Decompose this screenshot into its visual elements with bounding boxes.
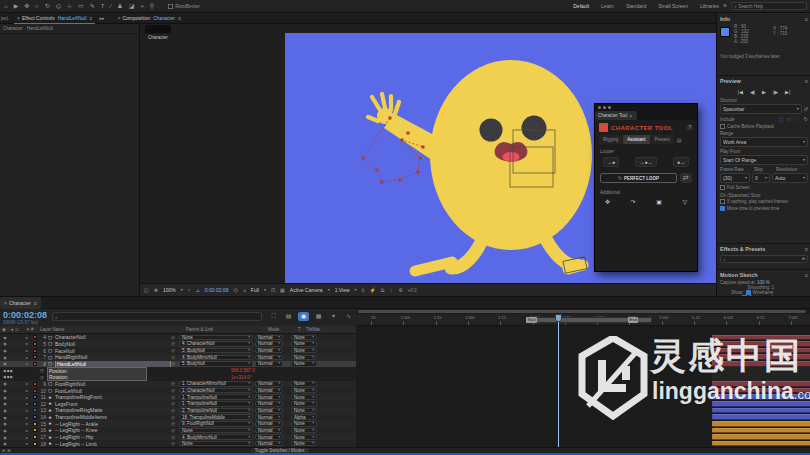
layer-row-LegsFront[interactable]: ◉▸12★LegsFront@1. TrampolineNull▾Normal▾… [0, 401, 356, 408]
pick-whip-icon[interactable]: @ [171, 335, 179, 340]
window-dot-icon[interactable] [608, 106, 611, 109]
panel-menu-icon[interactable]: ≡ [805, 245, 808, 253]
twirl-icon[interactable]: ▸ [26, 381, 32, 386]
eye-icon[interactable]: ◉ [0, 355, 10, 360]
dropdown-arrow-icon[interactable]: ▾ [181, 286, 183, 294]
timeline-h-scrollbar[interactable] [358, 310, 806, 313]
pick-whip-icon[interactable]: @ [171, 441, 179, 446]
character-tool-tab-rigging[interactable]: Rigging [599, 135, 622, 144]
layer-name[interactable]: TrampolineRingFront [55, 394, 171, 400]
character-tool-tab[interactable]: Character Tool × [595, 111, 637, 120]
eye-icon[interactable]: ◉ [0, 341, 10, 346]
layer-row-FootLeftNull[interactable]: ◉▸10▢FootLeftNull@1. CharacterNull▾Norma… [0, 387, 356, 394]
pan-behind-tool-icon[interactable]: ⊹ [67, 2, 72, 10]
layer-duration-bar[interactable] [712, 428, 810, 434]
twirl-icon[interactable]: ▸ [26, 428, 32, 433]
viewer-timecode[interactable]: 0:00:02:08 [205, 287, 229, 293]
trkmat-select[interactable]: None▾ [291, 441, 317, 447]
preview-title[interactable]: Preview [720, 78, 741, 84]
hand-pan-icon[interactable]: ✥ [154, 286, 158, 294]
last-frame-icon[interactable]: ▶| [785, 89, 790, 95]
parent-link-select[interactable]: 1. TrampolineNull▾ [179, 401, 253, 407]
layer-row-BodyNull[interactable]: ◉▸5▢BodyNull@4. CharacterNull▾Normal▾Non… [0, 341, 356, 348]
layer-name[interactable]: FaceNull [55, 348, 171, 354]
mode-select[interactable]: Normal▾ [255, 428, 283, 434]
label-color-swatch[interactable] [33, 415, 37, 419]
dropdown-arrow-icon[interactable]: ▾ [328, 286, 330, 294]
label-color-swatch[interactable] [33, 389, 37, 393]
trkmat-select[interactable]: None▾ [291, 408, 317, 414]
panel-menu-icon[interactable]: ≡ [90, 14, 93, 22]
eye-icon[interactable]: ◉ [0, 395, 10, 400]
close-icon[interactable]: × [17, 15, 20, 21]
dropdown-arrow-icon[interactable]: ▾ [264, 286, 266, 294]
marker-end[interactable]: End [628, 317, 638, 323]
mode-select[interactable]: Normal▾ [255, 441, 283, 447]
parent-link-select[interactable]: None▾ [179, 335, 253, 341]
property-name[interactable]: Rotation [47, 374, 147, 381]
magnification-icon[interactable]: ◱ [144, 286, 149, 294]
layer-name[interactable]: -- LegRight -- Limb [55, 441, 171, 447]
safe-areas-icon[interactable]: ⌗ [188, 286, 191, 294]
parent-link-select[interactable]: 18. TrampolineMiddle▾ [179, 414, 253, 420]
play-icon[interactable]: ▶ [762, 89, 766, 95]
trkmat-select[interactable]: None▾ [291, 428, 317, 434]
label-color-swatch[interactable] [33, 355, 37, 359]
eye-icon[interactable]: ◉ [0, 441, 10, 446]
pick-whip-icon[interactable]: @ [171, 421, 179, 426]
layer-duration-bar[interactable] [712, 441, 810, 447]
layer-name[interactable]: -- LegRight -- Knee [55, 427, 171, 433]
twirl-icon[interactable]: ▸ [26, 421, 32, 426]
zoom-tool-icon[interactable]: ⌕ [35, 2, 38, 10]
loop-in-icon[interactable]: →● [603, 157, 619, 167]
layer-name[interactable]: LegsFront [55, 401, 171, 407]
shy-icon[interactable]: ✦ [328, 312, 339, 321]
label-color-swatch[interactable] [33, 395, 37, 399]
parent-link-select[interactable]: 9. FootRightNull▾ [179, 421, 253, 427]
eye-icon[interactable]: ◉ [0, 428, 10, 433]
project-panel-edge[interactable]: ject [1, 16, 8, 21]
shape-tool-icon[interactable]: ▭ [78, 2, 84, 10]
info-title[interactable]: Info [720, 16, 730, 22]
track-bar-row[interactable] [712, 387, 810, 394]
parent-link-select[interactable]: 1. CharacterNull▾ [179, 388, 253, 394]
panel-menu-icon[interactable]: ≡ [805, 15, 808, 23]
resolution-preview-select[interactable]: Auto▾ [772, 173, 808, 183]
panel-menu-icon[interactable]: ≡ [178, 14, 181, 22]
range-select[interactable]: Work Area ▾ [720, 137, 808, 147]
layer-row-CharacterNull[interactable]: ◉▸4▢CharacterNull@None▾Normal▾None▾ [0, 334, 356, 341]
clone-stamp-tool-icon[interactable]: ♟ [117, 2, 122, 10]
next-frame-icon[interactable]: |▶ [773, 89, 778, 95]
track-bar-row[interactable] [712, 334, 810, 341]
track-bar-row[interactable] [712, 401, 810, 408]
twirl-icon[interactable]: ▸ [26, 395, 32, 400]
layer-duration-bar[interactable] [712, 381, 810, 387]
close-icon[interactable]: × [629, 113, 632, 119]
trkmat-select[interactable]: None▾ [291, 355, 317, 361]
timeline-search-field[interactable]: ⌕ [52, 312, 262, 321]
eye-icon[interactable]: ◉ [0, 421, 10, 426]
tab-composition[interactable]: × Composition Character ≡ [115, 13, 185, 24]
layer-name[interactable]: -- LegRight -- Hip [55, 434, 171, 440]
timeline-tab-character[interactable]: × Character ≡ [0, 297, 41, 309]
label-color-swatch[interactable] [33, 349, 37, 353]
perfect-loop-button[interactable]: ↻ PERFECT LOOP [600, 173, 677, 183]
layer-name[interactable]: TrampolineMiddleItems [55, 414, 171, 420]
camera-select[interactable]: Active Camera [290, 287, 323, 293]
panel-menu-icon[interactable]: ≡ [805, 77, 808, 85]
mode-select[interactable]: Normal▾ [255, 414, 283, 420]
mode-select[interactable]: Normal▾ [255, 381, 283, 387]
marker-start[interactable]: Start [526, 317, 537, 323]
layer-row-FaceNull[interactable]: ◉▸6▢FaceNull@5. BodyNull▾Normal▾None▾ [0, 347, 356, 354]
mode-select[interactable]: Normal▾ [255, 361, 283, 367]
layer-name[interactable]: FootRightNull [55, 381, 171, 387]
motion-blur-icon[interactable]: ◉ [298, 312, 309, 321]
eye-icon[interactable]: ◉ [0, 388, 10, 393]
label-color-swatch[interactable] [33, 382, 37, 386]
mode-select[interactable]: Normal▾ [255, 434, 283, 440]
parent-link-select[interactable]: None▾ [179, 428, 253, 434]
mode-select[interactable]: Normal▾ [255, 421, 283, 427]
layer-duration-bar[interactable] [712, 408, 810, 414]
layer-duration-bar[interactable] [712, 348, 810, 354]
tab-effect-controls[interactable]: × Effect Controls HandLeftNull ≡ [14, 13, 95, 24]
